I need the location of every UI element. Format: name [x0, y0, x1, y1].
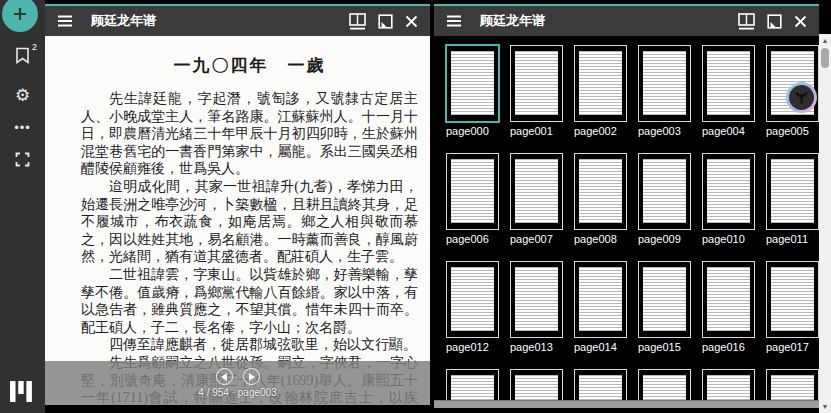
gallery-maximize-button[interactable]	[765, 12, 784, 31]
page-canvas[interactable]: 一九〇四年 一歲 先生諱廷龍，字起潛，號匋誃，又號隸古定居主人、小晚成堂主人，筆…	[45, 36, 430, 405]
add-window-button[interactable]	[2, 0, 38, 32]
thumbnail-page000[interactable]: page000	[446, 45, 491, 137]
horizontal-scrollbar[interactable]	[434, 400, 819, 408]
thumbnail-page008[interactable]: page008	[574, 153, 619, 245]
gallery-view-mode-button[interactable]	[736, 11, 757, 32]
thumbnail-page-image[interactable]	[702, 153, 755, 230]
fullscreen-icon	[15, 152, 30, 167]
thumbnail-page023[interactable]: page023	[766, 369, 811, 401]
thumbnail-label: page016	[702, 341, 747, 353]
page-paragraphs: 先生諱廷龍，字起潛，號匋誃，又號隸古定居主人、小晚成堂主人，筆名路康。江蘇蘇州人…	[81, 90, 418, 405]
gallery-close-button[interactable]	[792, 13, 809, 30]
thumbnail-page020[interactable]: page020	[574, 369, 619, 401]
hamburger-icon	[446, 15, 462, 27]
maximize-icon	[767, 14, 782, 29]
close-icon	[405, 15, 418, 28]
thumbnail-page-image[interactable]	[574, 45, 627, 122]
thumbnail-page017[interactable]: page017	[766, 261, 811, 353]
workspace-sidebar: 2 ⚙ •••	[0, 0, 45, 413]
thumbnail-page-image[interactable]	[638, 369, 691, 401]
close-icon	[794, 15, 807, 28]
thumbnail-page-image[interactable]	[574, 261, 627, 338]
thumbnail-page006[interactable]: page006	[446, 153, 491, 245]
thumbnail-page011[interactable]: page011	[766, 153, 811, 245]
thumbnail-page016[interactable]: page016	[702, 261, 747, 353]
thumbnail-label: page015	[638, 341, 683, 353]
book-view-icon	[738, 13, 755, 30]
gallery-menu-button[interactable]	[444, 13, 464, 29]
workspace-fullscreen-button[interactable]	[0, 146, 45, 172]
previous-page-button[interactable]	[216, 368, 233, 385]
thumbnail-page007[interactable]: page007	[510, 153, 555, 245]
thumbnail-page-image[interactable]	[766, 369, 819, 401]
thumbnail-page018[interactable]: page018	[446, 369, 491, 401]
page-paragraph: 四傳至諱應麒者，徙居郡城弦歌里，始以文行顯。	[81, 336, 418, 354]
page-nav-controls	[216, 368, 260, 385]
thumbnail-page-image[interactable]	[702, 45, 755, 122]
thumbnail-page009[interactable]: page009	[638, 153, 683, 245]
thumbnail-page-image[interactable]	[510, 45, 563, 122]
thumbnail-label: page009	[638, 233, 683, 245]
viewer-menu-button[interactable]	[55, 13, 75, 29]
thumbnail-page-image[interactable]	[446, 261, 499, 338]
thumbnail-page013[interactable]: page013	[510, 261, 555, 353]
thumbnail-page012[interactable]: page012	[446, 261, 491, 353]
viewer-window-title: 顾廷龙年谱	[91, 12, 343, 30]
thumbnail-page-image[interactable]	[446, 153, 499, 230]
window-list-icon	[15, 47, 30, 64]
thumbnail-label: page011	[766, 233, 811, 245]
scrollbar-thumb[interactable]	[821, 48, 829, 68]
thumbnail-page-image[interactable]	[574, 153, 627, 230]
thumbnail-page-image[interactable]	[702, 261, 755, 338]
thumbnail-page001[interactable]: page001	[510, 45, 555, 137]
mirador-logo	[9, 380, 33, 407]
thumbnail-page010[interactable]: page010	[702, 153, 747, 245]
viewer-view-mode-button[interactable]	[347, 11, 368, 32]
book-view-icon	[349, 13, 366, 30]
thumbnail-page-image[interactable]	[445, 44, 500, 123]
thumbnail-page-image[interactable]	[446, 369, 499, 401]
arrow-left-icon	[221, 373, 228, 381]
next-page-button[interactable]	[243, 368, 260, 385]
thumbnail-label: page012	[446, 341, 491, 353]
plus-icon	[12, 6, 28, 22]
more-options-button[interactable]: •••	[0, 114, 45, 140]
annotation-extension-button[interactable]	[786, 82, 817, 113]
thumbnail-page-image[interactable]	[638, 45, 691, 122]
thumbnail-label: page005	[766, 125, 811, 137]
scanned-page: 一九〇四年 一歲 先生諱廷龍，字起潛，號匋誃，又號隸古定居主人、小晚成堂主人，筆…	[45, 36, 430, 405]
viewer-window: 顾廷龙年谱 一九〇四年 一歲 先生諱廷龍，字起潛，號匋誃，又號隸古定居主人、小晚…	[45, 4, 430, 405]
thumbnail-page-image[interactable]	[766, 261, 819, 338]
vertical-scrollbar[interactable]: ▲ ▼	[819, 34, 831, 413]
thumbnail-page-image[interactable]	[510, 369, 563, 401]
window-list-button[interactable]: 2	[0, 44, 45, 70]
gallery-window: 顾廷龙年谱 page000page001page002page003page00…	[434, 4, 819, 408]
thumbnail-page-image[interactable]	[702, 369, 755, 401]
gallery-window-header: 顾廷龙年谱	[434, 6, 819, 36]
arrow-right-icon	[248, 373, 255, 381]
scroll-down-button[interactable]: ▼	[819, 400, 831, 413]
thumbnail-page-image[interactable]	[638, 261, 691, 338]
thumbnail-page021[interactable]: page021	[638, 369, 683, 401]
thumbnail-page-image[interactable]	[574, 369, 627, 401]
viewer-close-button[interactable]	[403, 13, 420, 30]
thumbnail-page-image[interactable]	[510, 261, 563, 338]
thumbnail-page003[interactable]: page003	[638, 45, 683, 137]
viewer-maximize-button[interactable]	[376, 12, 395, 31]
thumbnail-page-image[interactable]	[510, 153, 563, 230]
thumbnail-page014[interactable]: page014	[574, 261, 619, 353]
thumbnail-page015[interactable]: page015	[638, 261, 683, 353]
thumbnail-page004[interactable]: page004	[702, 45, 747, 137]
thumbnail-page022[interactable]: page022	[702, 369, 747, 401]
thumbnail-page-image[interactable]	[638, 153, 691, 230]
thumbnail-label: page010	[702, 233, 747, 245]
page-heading: 一九〇四年 一歲	[81, 54, 418, 77]
thumbnail-page002[interactable]: page002	[574, 45, 619, 137]
maximize-icon	[378, 14, 393, 29]
thumbnail-label: page006	[446, 233, 491, 245]
settings-button[interactable]: ⚙	[0, 82, 45, 108]
thumbnail-grid: page000page001page002page003page004page0…	[446, 45, 819, 401]
scroll-up-button[interactable]: ▲	[819, 34, 831, 47]
thumbnail-page019[interactable]: page019	[510, 369, 555, 401]
thumbnail-page-image[interactable]	[766, 153, 819, 230]
